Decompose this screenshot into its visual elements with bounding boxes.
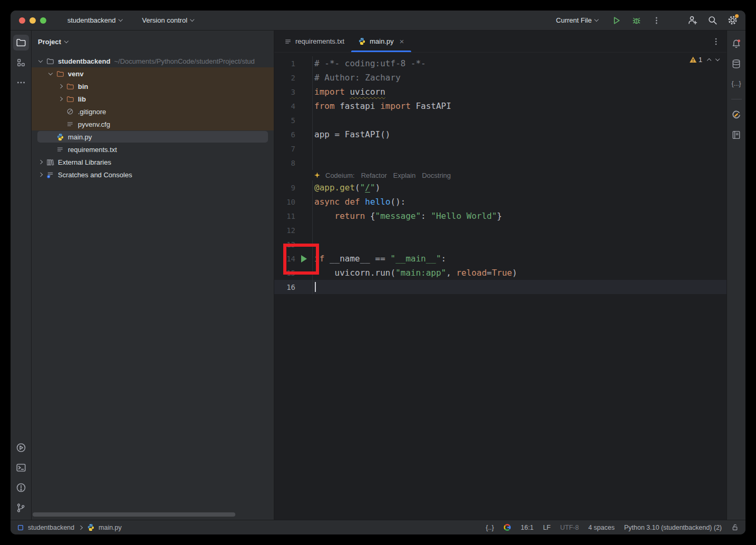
tab-main-py[interactable]: main.py× xyxy=(351,31,411,52)
tree-item-pyvenv-cfg[interactable]: pyvenv.cfg xyxy=(32,118,274,130)
cursor-position[interactable]: 16:1 xyxy=(521,524,533,531)
macro-widget[interactable]: {..} xyxy=(486,524,494,531)
close-tab-icon[interactable]: × xyxy=(400,37,404,46)
breadcrumb-module[interactable]: studentbackend xyxy=(28,524,74,531)
folder-orange-icon xyxy=(65,82,75,90)
text-caret xyxy=(315,282,316,292)
close-window-icon[interactable] xyxy=(19,17,25,24)
editor-options-icon[interactable] xyxy=(712,31,727,52)
folder-orange-icon xyxy=(65,95,75,103)
tree-item-path-hint: ~/Documents/PythonCode/studentProject/st… xyxy=(114,57,255,65)
chevron-down-icon[interactable] xyxy=(36,60,45,62)
code-line-8[interactable]: 8 xyxy=(274,156,727,170)
next-problem-icon[interactable] xyxy=(715,57,720,61)
code-line-15[interactable]: 15 uvicorn.run("main:app", reload=True) xyxy=(274,266,727,280)
inspection-widget[interactable]: 1 xyxy=(689,56,719,64)
indent-style[interactable]: 4 spaces xyxy=(588,524,614,531)
tree-item--gitignore[interactable]: .gitignore xyxy=(32,105,274,118)
tree-item-studentbackend[interactable]: studentbackend~/Documents/PythonCode/stu… xyxy=(32,55,274,67)
line-number: 9 xyxy=(274,184,295,192)
code-line-12[interactable]: 12 xyxy=(274,223,727,237)
tree-item-lib[interactable]: lib xyxy=(32,93,274,105)
more-vertical-icon[interactable] xyxy=(651,15,662,26)
minimize-window-icon[interactable] xyxy=(29,17,36,24)
ai-assistant-icon[interactable] xyxy=(729,107,744,123)
version-control-menu[interactable]: Version control xyxy=(138,14,198,26)
endpoints-icon[interactable]: {...} xyxy=(729,76,744,92)
code-area[interactable]: 1 1# -*- coding:utf-8 -*-2# Author: Zach… xyxy=(274,53,727,520)
notifications-icon[interactable] xyxy=(729,36,744,52)
run-icon[interactable] xyxy=(611,15,622,26)
inlay-action-explain[interactable]: Explain xyxy=(393,171,416,179)
tree-item-venv[interactable]: venv xyxy=(32,67,274,80)
project-folder-icon[interactable] xyxy=(13,35,29,51)
code-line-1[interactable]: 1# -*- coding:utf-8 -*- xyxy=(274,56,727,70)
prev-problem-icon[interactable] xyxy=(707,58,711,63)
run-configuration-selector[interactable]: Current File xyxy=(552,14,602,26)
traffic-lights xyxy=(19,17,46,24)
run-tool-window-icon[interactable] xyxy=(13,440,29,456)
line-separator[interactable]: LF xyxy=(543,524,551,531)
code-line-10[interactable]: 10async def hello(): xyxy=(274,195,727,209)
tree-item-scratches-and-consoles[interactable]: Scratches and Consoles xyxy=(32,168,274,181)
code-line-16[interactable]: 16 xyxy=(274,280,727,294)
add-user-icon[interactable] xyxy=(687,15,698,26)
project-tree: studentbackend~/Documents/PythonCode/stu… xyxy=(32,55,274,181)
search-icon[interactable] xyxy=(707,15,718,26)
code-line-7[interactable]: 7 xyxy=(274,142,727,156)
breadcrumb-file[interactable]: main.py xyxy=(98,524,122,531)
ide-window: studentbackend Version control Current F… xyxy=(11,11,745,534)
google-icon[interactable] xyxy=(503,523,511,531)
gutter: 5 xyxy=(274,113,312,127)
code-line-13[interactable]: 13 xyxy=(274,237,727,251)
code-line-4[interactable]: 4from fastapi import FastAPI xyxy=(274,99,727,113)
zoom-window-icon[interactable] xyxy=(40,17,46,24)
tab-requirements-txt[interactable]: requirements.txt xyxy=(277,31,351,52)
line-number: 16 xyxy=(274,283,295,291)
tree-item-bin[interactable]: bin xyxy=(32,80,274,93)
terminal-icon[interactable] xyxy=(13,460,29,476)
documentation-icon[interactable] xyxy=(729,127,744,143)
horizontal-scrollbar[interactable] xyxy=(33,512,235,517)
text-file-icon xyxy=(65,120,75,128)
inlay-action-docstring[interactable]: Docstring xyxy=(422,171,451,179)
chevron-right-icon[interactable] xyxy=(36,160,45,164)
debug-icon[interactable] xyxy=(631,15,642,26)
project-panel-header[interactable]: Project xyxy=(32,33,274,51)
structure-icon[interactable] xyxy=(13,55,29,70)
warning-icon: 1 xyxy=(689,56,702,64)
more-tool-windows-icon[interactable] xyxy=(13,75,29,90)
tree-item-label: .gitignore xyxy=(78,108,106,116)
code-line-2[interactable]: 2# Author: Zachary xyxy=(274,70,727,85)
line-number: 1 xyxy=(274,59,295,68)
inlay-action-refactor[interactable]: Refactor xyxy=(361,171,387,179)
code-line-9[interactable]: 9@app.get("/") xyxy=(274,180,727,195)
tree-item-requirements-txt[interactable]: requirements.txt xyxy=(32,143,274,156)
chevron-right-icon[interactable] xyxy=(56,85,65,88)
lock-open-icon[interactable] xyxy=(731,523,739,531)
code-line-5[interactable]: 5 xyxy=(274,113,727,127)
gutter: 10 xyxy=(274,195,312,209)
chevron-down-icon[interactable] xyxy=(46,73,55,75)
code-line-14[interactable]: 14if __name__ == "__main__": xyxy=(274,251,727,266)
annotation-red-box xyxy=(283,244,319,275)
python-interpreter[interactable]: Python 3.10 (studentbackend) (2) xyxy=(624,524,722,531)
chevron-right-icon[interactable] xyxy=(56,97,65,100)
settings-gear-icon[interactable] xyxy=(727,15,738,26)
code-line-6[interactable]: 6app = FastAPI() xyxy=(274,127,727,142)
database-icon[interactable] xyxy=(729,56,744,72)
code-line-3[interactable]: 3import uvicorn xyxy=(274,85,727,99)
tab-label: requirements.txt xyxy=(295,37,344,45)
git-branch-icon[interactable] xyxy=(13,500,29,516)
tree-item-main-py[interactable]: main.py xyxy=(32,130,274,143)
chevron-right-icon[interactable] xyxy=(36,173,45,176)
code-line-11[interactable]: 11 return {"message": "Hello World"} xyxy=(274,209,727,223)
problems-icon[interactable] xyxy=(13,480,29,496)
project-menu[interactable]: studentbackend xyxy=(63,14,126,26)
tree-item-external-libraries[interactable]: External Libraries xyxy=(32,156,274,168)
file-encoding[interactable]: UTF-8 xyxy=(560,524,579,531)
line-number: 4 xyxy=(274,102,295,110)
line-number: 11 xyxy=(274,212,295,220)
text-file-icon xyxy=(284,38,292,45)
tree-item-label: Scratches and Consoles xyxy=(58,171,132,179)
